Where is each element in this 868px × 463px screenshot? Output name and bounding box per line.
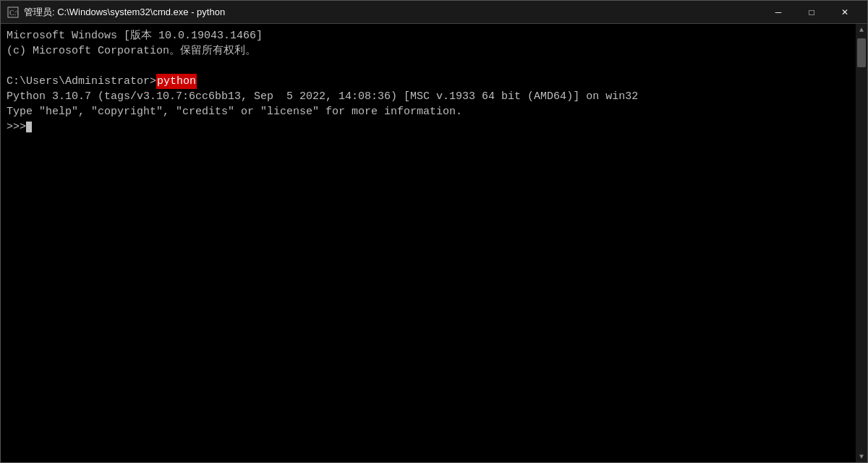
blank-line-1 [7, 59, 861, 74]
scrollbar-up-button[interactable]: ▲ [856, 24, 867, 35]
prompt-line-1: C:\Users\Administrator>python [7, 74, 861, 89]
title-bar-text: 管理员: C:\Windows\system32\cmd.exe - pytho… [24, 6, 762, 19]
prompt-line-2: >>> [7, 119, 861, 135]
minimize-button[interactable]: ─ [762, 1, 795, 24]
copyright-line: (c) Microsoft Corporation。保留所有权利。 [7, 43, 861, 59]
scrollbar-down-button[interactable]: ▼ [856, 451, 867, 462]
repl-prompt: >>> [7, 119, 26, 135]
svg-text:C:\: C:\ [9, 9, 18, 17]
python-command: python [156, 74, 197, 89]
maximize-button[interactable]: □ [795, 1, 828, 24]
ms-windows-line: Microsoft Windows [版本 10.0.19043.1466] [7, 28, 861, 43]
scrollbar[interactable]: ▲ ▼ [856, 24, 867, 462]
window-controls: ─ □ ✕ [762, 1, 861, 23]
scrollbar-thumb[interactable] [857, 38, 866, 67]
title-bar: C:\ 管理员: C:\Windows\system32\cmd.exe - p… [1, 1, 867, 24]
python-info-line: Python 3.10.7 (tags/v3.10.7:6cc6bb13, Se… [7, 89, 861, 104]
cmd-window: C:\ 管理员: C:\Windows\system32\cmd.exe - p… [0, 0, 868, 463]
prompt-prefix: C:\Users\Administrator> [7, 74, 156, 89]
terminal-body[interactable]: Microsoft Windows [版本 10.0.19043.1466] (… [1, 24, 867, 462]
window-icon: C:\ [7, 6, 20, 19]
type-help-line: Type "help", "copyright", "credits" or "… [7, 104, 861, 119]
cursor [26, 122, 32, 132]
close-button[interactable]: ✕ [828, 1, 861, 24]
